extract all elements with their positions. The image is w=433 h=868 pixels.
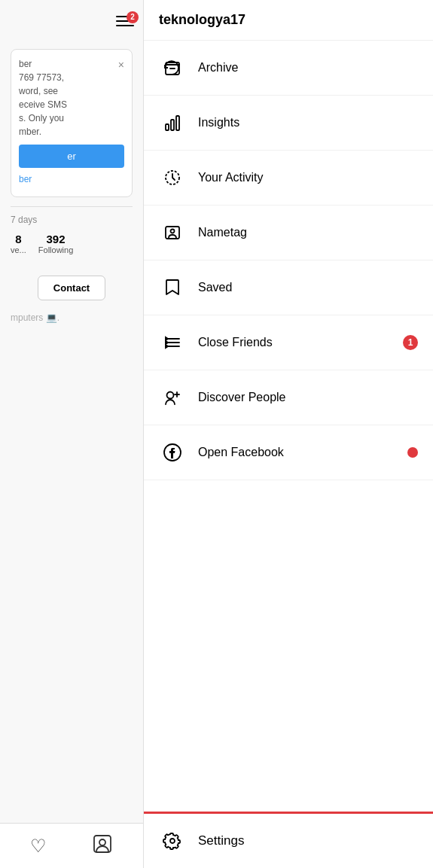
stat1-label: ve... [11, 245, 26, 254]
heart-icon[interactable]: ♡ [30, 836, 47, 857]
contact-area: Contact [0, 276, 143, 300]
stat2-number: 392 [47, 233, 66, 245]
svg-point-1 [99, 839, 105, 845]
menu-item-saved[interactable]: Saved [144, 260, 433, 315]
saved-icon [159, 274, 186, 301]
stat1-number: 8 [15, 233, 21, 245]
settings-footer[interactable]: Settings [144, 812, 433, 868]
left-panel: 2 × ber 769 77573, word, see eceive SMS … [0, 0, 143, 868]
discover-people-label: Discover People [198, 391, 418, 404]
insights-label: Insights [198, 116, 418, 129]
profile-icon[interactable] [92, 833, 113, 859]
menu-item-nametag[interactable]: Nametag [144, 206, 433, 260]
svg-marker-13 [166, 345, 168, 348]
insights-icon [159, 109, 186, 136]
days-text: 7 days [11, 215, 133, 225]
facebook-badge-dot [407, 447, 418, 458]
stat2-label: Following [38, 245, 73, 254]
close-friends-label: Close Friends [198, 336, 403, 349]
menu-item-insights[interactable]: Insights [144, 96, 433, 151]
close-icon[interactable]: × [118, 57, 124, 73]
divider [11, 206, 133, 207]
your-activity-icon [159, 164, 186, 191]
sms-link[interactable]: ber [19, 172, 124, 186]
your-activity-label: Your Activity [198, 171, 418, 184]
bottom-bar-left: ♡ [0, 823, 143, 868]
svg-marker-11 [166, 337, 168, 340]
menu-list: Archive Insights Your Activity [144, 41, 433, 812]
svg-rect-2 [166, 124, 169, 130]
svg-point-18 [170, 839, 175, 843]
menu-item-close-friends[interactable]: Close Friends 1 [144, 315, 433, 370]
menu-item-open-facebook[interactable]: Open Facebook [144, 425, 433, 480]
contact-button[interactable]: Contact [38, 276, 105, 300]
menu-item-your-activity[interactable]: Your Activity [144, 151, 433, 206]
facebook-icon [159, 439, 186, 466]
svg-rect-3 [171, 120, 174, 130]
close-friends-badge: 1 [403, 335, 418, 350]
left-content: × ber 769 77573, word, see eceive SMS s.… [0, 41, 143, 270]
notification-badge: 2 [127, 11, 139, 23]
sms-box: × ber 769 77573, word, see eceive SMS s.… [11, 49, 133, 197]
computer-text: mputers 💻. [0, 312, 143, 323]
sms-text: ber 769 77573, word, see eceive SMS s. O… [19, 57, 124, 139]
left-top-bar: 2 [0, 0, 143, 41]
archive-label: Archive [198, 61, 418, 75]
close-friends-icon [159, 329, 186, 356]
sms-button[interactable]: er [19, 145, 124, 168]
settings-icon [159, 827, 186, 854]
menu-item-archive[interactable]: Archive [144, 41, 433, 96]
svg-rect-4 [176, 116, 179, 130]
open-facebook-label: Open Facebook [198, 446, 407, 459]
hamburger-menu[interactable]: 2 [116, 16, 134, 26]
stats-row: 8 ve... 392 Following [11, 233, 133, 254]
stat-item-2: 392 Following [38, 233, 73, 254]
svg-point-7 [171, 230, 175, 233]
saved-label: Saved [198, 281, 418, 294]
settings-label: Settings [198, 833, 418, 848]
discover-people-icon [159, 384, 186, 411]
nametag-icon [159, 219, 186, 246]
drawer-username: teknologya17 [159, 12, 245, 27]
svg-point-14 [167, 392, 174, 399]
stat-item-1: 8 ve... [11, 233, 26, 254]
right-drawer-panel: teknologya17 Archive [143, 0, 433, 868]
menu-item-discover-people[interactable]: Discover People [144, 370, 433, 425]
drawer-header: teknologya17 [144, 0, 433, 41]
nametag-label: Nametag [198, 226, 418, 239]
svg-marker-12 [166, 341, 168, 344]
archive-icon [159, 54, 186, 81]
